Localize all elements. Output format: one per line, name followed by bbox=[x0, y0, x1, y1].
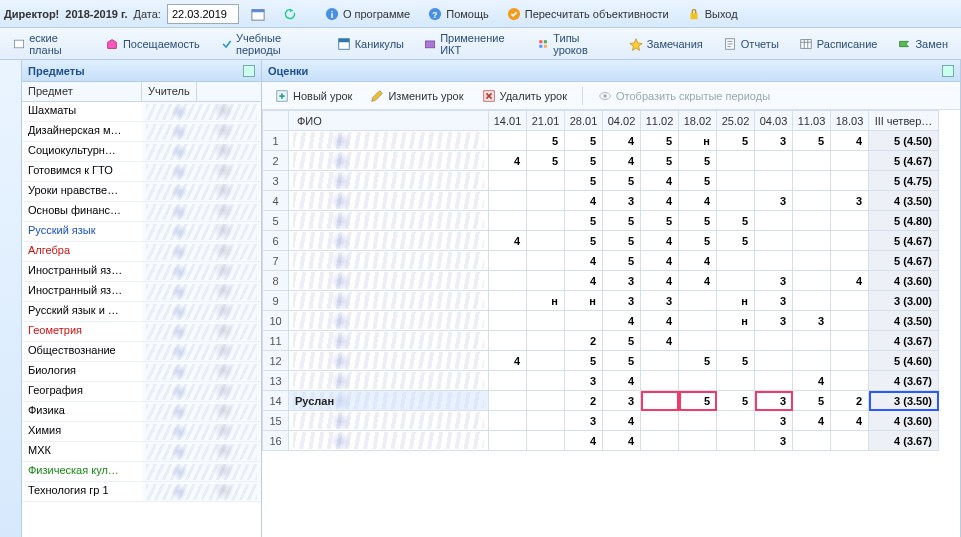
tab-3[interactable]: Каникулы bbox=[328, 30, 413, 58]
grade-cell[interactable]: 4 bbox=[641, 191, 679, 211]
grade-cell[interactable]: 5 bbox=[679, 231, 717, 251]
delete-lesson-button[interactable]: Удалить урок bbox=[475, 86, 574, 106]
subject-row[interactable]: Шахматы bbox=[22, 102, 261, 122]
grade-cell[interactable]: н bbox=[527, 291, 565, 311]
grade-cell[interactable]: 5 bbox=[527, 131, 565, 151]
col-date[interactable]: 14.01 bbox=[489, 111, 527, 131]
grade-cell[interactable] bbox=[793, 191, 831, 211]
grade-cell[interactable] bbox=[755, 371, 793, 391]
grade-cell[interactable] bbox=[793, 211, 831, 231]
refresh-button[interactable] bbox=[277, 3, 303, 25]
subject-row[interactable]: МХК bbox=[22, 442, 261, 462]
grade-cell[interactable]: 3 bbox=[755, 131, 793, 151]
grade-cell[interactable] bbox=[717, 171, 755, 191]
grade-cell[interactable] bbox=[527, 311, 565, 331]
pin-icon[interactable] bbox=[942, 65, 954, 77]
grade-cell[interactable]: 4 bbox=[641, 231, 679, 251]
grade-cell[interactable]: 4 bbox=[565, 191, 603, 211]
grade-cell[interactable] bbox=[831, 151, 869, 171]
grade-cell[interactable] bbox=[641, 431, 679, 451]
subject-row[interactable]: Дизайнерская м… bbox=[22, 122, 261, 142]
grade-cell[interactable] bbox=[641, 391, 679, 411]
grade-cell[interactable]: 3 bbox=[641, 291, 679, 311]
grade-cell[interactable] bbox=[831, 331, 869, 351]
new-lesson-button[interactable]: Новый урок bbox=[268, 86, 359, 106]
grade-cell[interactable]: 5 bbox=[679, 151, 717, 171]
grade-cell[interactable]: 3 bbox=[565, 371, 603, 391]
subject-row[interactable]: Обществознание bbox=[22, 342, 261, 362]
about-button[interactable]: iО программе bbox=[319, 3, 416, 25]
grade-cell[interactable] bbox=[831, 291, 869, 311]
col-date[interactable]: 28.01 bbox=[565, 111, 603, 131]
grade-cell[interactable]: 5 bbox=[603, 331, 641, 351]
grade-cell[interactable]: 5 bbox=[565, 151, 603, 171]
col-date[interactable]: 04.02 bbox=[603, 111, 641, 131]
grade-cell[interactable]: 4 bbox=[793, 411, 831, 431]
grade-cell[interactable]: 5 bbox=[603, 231, 641, 251]
subject-row[interactable]: Иностранный яз… bbox=[22, 282, 261, 302]
grade-cell[interactable] bbox=[641, 351, 679, 371]
grade-cell[interactable]: 5 bbox=[565, 171, 603, 191]
help-button[interactable]: ?Помощь bbox=[422, 3, 495, 25]
collapsed-panel-left[interactable] bbox=[0, 60, 22, 537]
grade-cell[interactable]: 5 bbox=[717, 131, 755, 151]
date-input[interactable] bbox=[167, 4, 239, 24]
grade-cell[interactable]: 4 bbox=[679, 251, 717, 271]
grade-cell[interactable]: 2 bbox=[565, 331, 603, 351]
grade-cell[interactable] bbox=[527, 171, 565, 191]
grade-row[interactable]: 44344334 (3.50) bbox=[263, 191, 939, 211]
grade-cell[interactable]: н bbox=[565, 291, 603, 311]
grade-cell[interactable]: 5 bbox=[679, 171, 717, 191]
grade-cell[interactable] bbox=[489, 171, 527, 191]
col-date[interactable]: 21.01 bbox=[527, 111, 565, 131]
grades-grid-wrap[interactable]: ФИО14.0121.0128.0104.0211.0218.0225.0204… bbox=[262, 110, 960, 537]
grade-cell[interactable] bbox=[755, 211, 793, 231]
grade-cell[interactable]: 4 bbox=[641, 311, 679, 331]
grade-row[interactable]: 355455 (4.75) bbox=[263, 171, 939, 191]
grade-cell[interactable] bbox=[717, 331, 755, 351]
grade-cell[interactable]: 3 bbox=[603, 391, 641, 411]
exit-button[interactable]: Выход bbox=[681, 3, 744, 25]
grade-cell[interactable] bbox=[489, 431, 527, 451]
grade-cell[interactable]: 3 bbox=[755, 191, 793, 211]
grade-cell[interactable]: 4 bbox=[603, 371, 641, 391]
grade-cell[interactable]: 4 bbox=[565, 251, 603, 271]
subject-row[interactable]: Физическая кул… bbox=[22, 462, 261, 482]
grade-cell[interactable] bbox=[489, 191, 527, 211]
subject-row[interactable]: География bbox=[22, 382, 261, 402]
grade-cell[interactable] bbox=[755, 251, 793, 271]
subject-row[interactable]: Геометрия bbox=[22, 322, 261, 342]
col-fio[interactable]: ФИО bbox=[289, 111, 489, 131]
grade-row[interactable]: 64554555 (4.67) bbox=[263, 231, 939, 251]
grade-cell[interactable] bbox=[489, 211, 527, 231]
grade-row[interactable]: 12455555 (4.60) bbox=[263, 351, 939, 371]
grade-cell[interactable] bbox=[527, 331, 565, 351]
grade-cell[interactable]: 3 bbox=[603, 271, 641, 291]
grade-cell[interactable]: 5 bbox=[717, 351, 755, 371]
grade-row[interactable]: 5555555 (4.80) bbox=[263, 211, 939, 231]
grade-cell[interactable]: 2 bbox=[565, 391, 603, 411]
grade-cell[interactable]: 5 bbox=[565, 211, 603, 231]
grade-cell[interactable] bbox=[679, 431, 717, 451]
grade-cell[interactable] bbox=[793, 171, 831, 191]
grade-cell[interactable]: 4 bbox=[489, 231, 527, 251]
grade-cell[interactable] bbox=[489, 251, 527, 271]
subject-row[interactable]: Технология гр 1 bbox=[22, 482, 261, 502]
grade-cell[interactable]: 4 bbox=[641, 251, 679, 271]
subject-row[interactable]: Биология bbox=[22, 362, 261, 382]
col-date[interactable]: 04.03 bbox=[755, 111, 793, 131]
grade-cell[interactable]: 5 bbox=[679, 351, 717, 371]
grade-cell[interactable]: 3 bbox=[831, 191, 869, 211]
grade-cell[interactable]: 4 bbox=[641, 271, 679, 291]
grade-cell[interactable] bbox=[679, 291, 717, 311]
grade-cell[interactable] bbox=[527, 231, 565, 251]
grade-cell[interactable]: 4 bbox=[831, 411, 869, 431]
grade-cell[interactable] bbox=[527, 411, 565, 431]
grade-cell[interactable] bbox=[679, 371, 717, 391]
grade-cell[interactable]: 4 bbox=[603, 131, 641, 151]
grade-cell[interactable] bbox=[793, 431, 831, 451]
grade-cell[interactable]: 5 bbox=[717, 391, 755, 411]
grade-cell[interactable]: 3 bbox=[755, 391, 793, 411]
grade-cell[interactable]: н bbox=[679, 131, 717, 151]
grade-row[interactable]: 14Руслан23553523 (3.50) bbox=[263, 391, 939, 411]
